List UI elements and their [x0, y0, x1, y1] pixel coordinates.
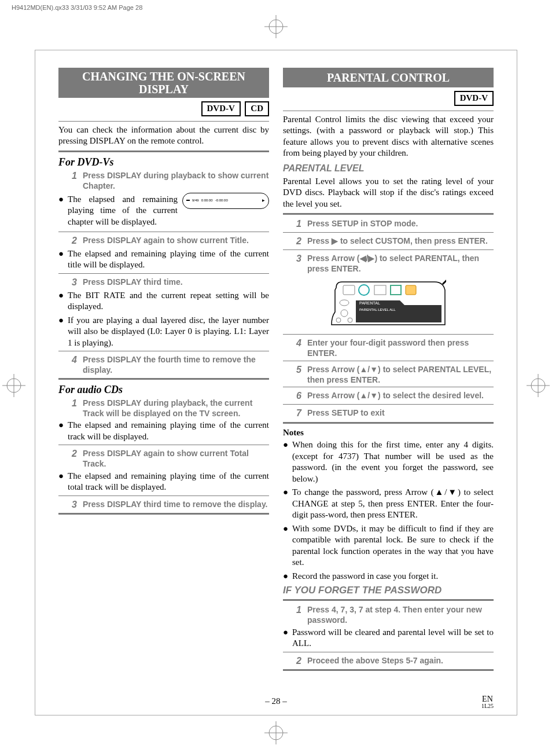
pc-step-6: 6Press Arrow (▲/▼) to select the desired…	[283, 390, 494, 402]
osd-track: 9/49	[192, 199, 199, 203]
dvd-step-3: 3Press DISPLAY third time.	[58, 277, 269, 289]
footer-codes: EN 1L25	[481, 695, 494, 709]
illus-line-label: PARENTAL LEVEL ALL	[359, 308, 396, 311]
note-4: ●Record the password in case you forget …	[283, 571, 494, 582]
osd-remain: -0:00:00	[215, 199, 228, 203]
page-number: – 28 –	[35, 696, 517, 707]
left-banner: CHANGING THE ON-SCREEN DISPLAY	[58, 68, 269, 98]
footer-lang: EN	[481, 695, 494, 703]
osd-illustration: 9/49 0:00:00 -0:00:00 ▶	[182, 193, 269, 209]
svg-rect-14	[406, 285, 416, 295]
rule	[58, 121, 269, 122]
dvd-step-2-detail: ●The elapsed and remaining playing time …	[58, 248, 269, 271]
dvd-step-3-detail-1: ●The BIT RATE and the current repeat set…	[58, 290, 269, 313]
cd-section-head: For audio CDs	[58, 383, 269, 397]
right-banner: PARENTAL CONTROL	[283, 68, 494, 87]
left-column: CHANGING THE ON-SCREEN DISPLAY DVD-V CD …	[58, 68, 269, 674]
registration-mark-top	[264, 15, 288, 41]
parental-menu-illustration: PARENTAL PARENTAL LEVEL ALL	[330, 277, 446, 332]
dvd-step-1: 1Press DISPLAY during playback to show c…	[58, 170, 269, 191]
illus-tab-label: PARENTAL	[359, 301, 380, 305]
pc-step-4: 4Enter your four-digit password then pre…	[283, 337, 494, 358]
parental-level-head: PARENTAL LEVEL	[283, 163, 494, 175]
forgot-step-2: 2Proceed the above Steps 5-7 again.	[283, 655, 494, 667]
pc-step-1: 1Press SETUP in STOP mode.	[283, 218, 494, 230]
page-frame: CHANGING THE ON-SCREEN DISPLAY DVD-V CD …	[35, 50, 517, 715]
play-icon: ▶	[262, 199, 265, 203]
dvd-step-3-detail-2: ●If you are playing a dual layered disc,…	[58, 315, 269, 349]
left-intro: You can check the information about the …	[58, 124, 269, 147]
dvd-section-head: For DVD-Vs	[58, 156, 269, 169]
footer-code: 1L25	[481, 703, 494, 709]
cd-step-2: 2Press DISPLAY again to show current Tot…	[58, 448, 269, 469]
dvd-step-4: 4Press DISPLAY the fourth time to remove…	[58, 354, 269, 375]
rule	[58, 151, 269, 152]
forgot-step-1-detail: ●Password will be cleared and parental l…	[283, 627, 494, 649]
registration-mark-bottom	[0, 721, 552, 747]
cd-step-3: 3Press DISPLAY third time to remove the …	[58, 499, 269, 511]
right-column: PARENTAL CONTROL DVD-V Parental Control …	[283, 68, 494, 674]
dvd-step-2: 2Press DISPLAY again to show current Tit…	[58, 235, 269, 247]
printer-marks-top	[0, 15, 552, 50]
pc-step-3: 3Press Arrow (◀/▶) to select PARENTAL, t…	[283, 253, 494, 274]
dvd-step-1-detail: ●The elapsed and remaining playing time …	[58, 194, 178, 228]
osd-elapsed: 0:00:00	[201, 199, 213, 203]
disc-tag-dvdv-right: DVD-V	[454, 91, 494, 106]
parental-level-para: Parental Level allows you to set the rat…	[283, 176, 494, 210]
pc-step-7: 7Press SETUP to exit	[283, 408, 494, 420]
notes-heading: Notes	[283, 427, 494, 439]
note-2: ●To change the password, press Arrow (▲/…	[283, 487, 494, 521]
right-intro: Parental Control limits the disc viewing…	[283, 114, 494, 159]
note-3: ●With some DVDs, it may be difficult to …	[283, 523, 494, 568]
registration-mark-left	[2, 374, 25, 400]
pc-step-5: 5Press Arrow (▲/▼) to select PARENTAL LE…	[283, 364, 494, 385]
svg-line-9	[443, 278, 446, 284]
cd-step-1-detail: ●The elapsed and remaining playing time …	[58, 420, 269, 442]
print-slug: H9412MD(EN).qx33 3/31/03 9:52 AM Page 28	[0, 0, 552, 15]
cd-step-1: 1Press DISPLAY during playback, the curr…	[58, 398, 269, 419]
pc-step-2: 2Press ▶ to select CUSTOM, then press EN…	[283, 236, 494, 248]
forgot-step-1: 1Press 4, 7, 3, 7 at step 4. Then enter …	[283, 604, 494, 625]
forgot-head: IF YOU FORGET THE PASSWORD	[283, 584, 494, 597]
registration-mark-right	[527, 374, 550, 400]
note-1: ●When doing this for the first time, ent…	[283, 439, 494, 485]
disc-tag-cd: CD	[245, 101, 269, 116]
disc-tag-dvdv: DVD-V	[201, 101, 241, 116]
cd-step-2-detail: ●The elapsed and remaining playing time …	[58, 471, 269, 493]
